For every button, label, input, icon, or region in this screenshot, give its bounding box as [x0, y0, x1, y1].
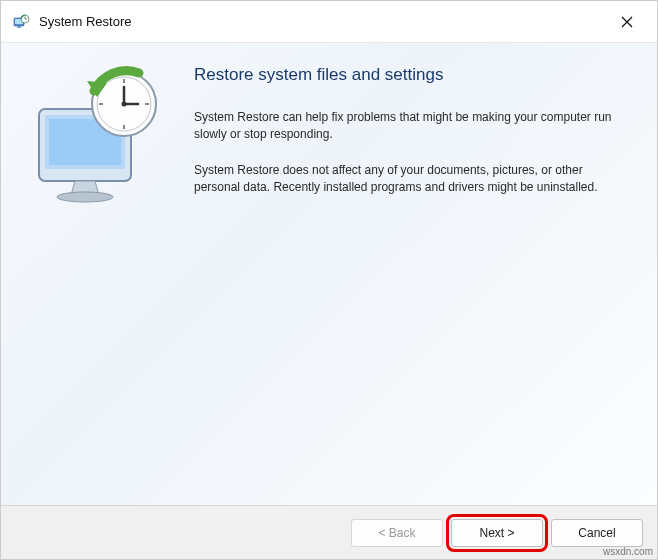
page-heading: Restore system files and settings — [194, 65, 629, 85]
close-button[interactable] — [605, 1, 649, 43]
description-paragraph-2: System Restore does not affect any of yo… — [194, 162, 614, 197]
main-panel: Restore system files and settings System… — [186, 43, 657, 505]
window-title: System Restore — [39, 14, 605, 29]
restore-graphic-icon — [19, 59, 169, 209]
content-area: Restore system files and settings System… — [1, 43, 657, 505]
next-button[interactable]: Next > — [451, 519, 543, 547]
svg-rect-2 — [17, 26, 21, 28]
titlebar: System Restore — [1, 1, 657, 43]
svg-point-17 — [121, 102, 126, 107]
wizard-footer: < Back Next > Cancel wsxdn.com — [1, 505, 657, 559]
back-button[interactable]: < Back — [351, 519, 443, 547]
cancel-button[interactable]: Cancel — [551, 519, 643, 547]
system-restore-window: System Restore — [0, 0, 658, 560]
system-restore-icon — [11, 12, 31, 32]
svg-point-8 — [57, 192, 113, 202]
sidebar-graphic-area — [1, 43, 186, 505]
watermark-text: wsxdn.com — [603, 546, 653, 557]
description-paragraph-1: System Restore can help fix problems tha… — [194, 109, 614, 144]
